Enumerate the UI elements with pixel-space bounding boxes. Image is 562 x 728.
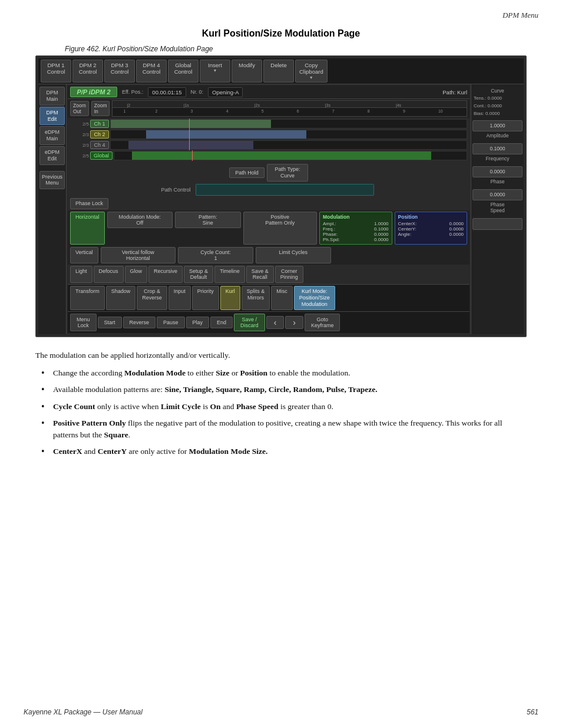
sidebar-dpm-edit[interactable]: DPMEdit	[39, 107, 65, 126]
timeline-row: ZoomOut ZoomIn |2 |1s |2s |3s |4s 1 2 3 …	[68, 99, 470, 118]
positive-pattern-btn[interactable]: PositivePattern Only	[243, 212, 318, 245]
pos-angle-value: 0.0000	[449, 232, 464, 237]
path-row: P/P iDPM 2 Eff. Pos.: 00.00.01:15 Nr. 0:…	[68, 85, 470, 99]
btn-timeline[interactable]: Timeline	[214, 266, 245, 284]
eff-pos-label: Eff. Pos.:	[122, 89, 143, 95]
channels-area: 2/5 Ch 1 2/3 Ch 2	[68, 118, 470, 163]
btn-recursive[interactable]: Recursive	[148, 266, 183, 284]
btn-setup-default[interactable]: Setup &Default	[184, 266, 213, 284]
pattern-value: Sine	[203, 220, 213, 226]
btn-priority[interactable]: Priority	[192, 286, 219, 309]
nav-dpm4[interactable]: DPM 4Control	[136, 60, 167, 83]
mod-label: Modulation	[323, 214, 389, 220]
btn-pause[interactable]: Pause	[157, 317, 185, 328]
ch2-bar	[146, 130, 306, 139]
zoom-in-btn[interactable]: ZoomIn	[91, 101, 110, 116]
btn-save-discard[interactable]: Save /Discard	[234, 314, 265, 331]
nav-insert[interactable]: Insert▼	[200, 60, 230, 83]
nav-dpm3[interactable]: DPM 3Control	[104, 60, 135, 83]
left-sidebar: DPMMain DPMEdit eDPMMain eDPMEdit Previo…	[38, 84, 67, 334]
sidebar-dpm-main[interactable]: DPMMain	[39, 87, 65, 106]
ch2-name-btn[interactable]: Ch 2	[90, 130, 109, 139]
page-title: Kurl Position/Size Modulation Page	[0, 22, 562, 42]
ch1-name-btn[interactable]: Ch 1	[90, 120, 109, 128]
btn-menu-lock[interactable]: MenuLock	[70, 314, 97, 331]
nav-delete[interactable]: Delete	[263, 60, 294, 83]
btn-crop-reverse[interactable]: Crop &Reverse	[137, 286, 167, 309]
btn-reverse[interactable]: Reverse	[123, 317, 156, 328]
bullet-2: Available modulation patterns are: Sine,…	[41, 384, 527, 396]
global-playhead	[192, 150, 193, 161]
rp-frequency-label: Frequency	[472, 156, 523, 162]
btn-end[interactable]: End	[210, 317, 233, 328]
btn-start[interactable]: Start	[98, 317, 122, 328]
btn-kurl[interactable]: Kurl	[220, 286, 240, 309]
modulation-values: Modulation Ampl.:1.0000 Freq.:0.1000 Pha…	[319, 212, 392, 245]
ch4-playhead	[189, 140, 190, 150]
btn-input[interactable]: Input	[168, 286, 191, 309]
nav-global[interactable]: GlobalControl	[168, 60, 199, 83]
nav-modify[interactable]: Modify	[232, 60, 262, 83]
rp-amplitude-value[interactable]: 1.0000	[472, 120, 523, 131]
intro-span: The modulation can be applied horizontal…	[35, 351, 230, 360]
btn-defocus[interactable]: Defocus	[94, 266, 124, 284]
sidebar-edpm-main[interactable]: eDPMMain	[39, 126, 65, 145]
path-control-row: Path Control	[68, 183, 470, 197]
nav-copy-clipboard[interactable]: CopyClipboard▼	[295, 60, 328, 83]
btn-light[interactable]: Light	[70, 266, 92, 284]
btn-next-arrow[interactable]: ›	[285, 316, 303, 329]
global-name-btn[interactable]: Global	[90, 151, 113, 160]
footer-right: 561	[527, 708, 538, 716]
rp-frequency-value[interactable]: 0.1000	[472, 143, 523, 154]
b-phasespeed: Phase Speed	[236, 402, 279, 411]
path-hold-btn[interactable]: Path Hold	[229, 167, 265, 179]
pattern-btn[interactable]: Pattern:Sine	[175, 212, 241, 228]
page-header: DPM Menu	[0, 0, 562, 22]
btn-prev-arrow[interactable]: ‹	[266, 316, 285, 329]
pattern-col: Pattern:Sine	[175, 212, 241, 245]
sidebar-previous-menu[interactable]: PreviousMenu	[39, 171, 65, 190]
btn-splits-mirrors[interactable]: Splits &Mirrors	[242, 286, 270, 309]
top-nav: DPM 1Control DPM 2Control DPM 3Control D…	[38, 58, 524, 84]
nav-dpm1[interactable]: DPM 1Control	[41, 60, 71, 83]
global-bar	[132, 151, 431, 160]
bullet-5: CenterX and CenterY are only active for …	[41, 446, 527, 457]
btn-goto-keyframe[interactable]: GotoKeyframe	[305, 314, 340, 331]
mod-freq-value: 0.1000	[374, 226, 388, 232]
sidebar-edpm-edit[interactable]: eDPMEdit	[39, 146, 65, 165]
btn-kurl-mode[interactable]: Kurl Mode:Position/SizeModulation	[294, 286, 335, 309]
limit-cycles-btn[interactable]: Limit Cycles	[256, 247, 331, 263]
transport-row: MenuLock Start Reverse Pause Play End Sa…	[68, 311, 470, 333]
path-type-btn[interactable]: Path Type:Curve	[267, 164, 308, 182]
mod-phspd-label: Ph.Spd:	[323, 237, 339, 242]
pos-cy-value: 0.0000	[449, 226, 464, 232]
cycle-count-btn[interactable]: Cycle Count:1	[178, 247, 253, 263]
btn-save-recall[interactable]: Save &Recall	[246, 266, 274, 284]
nav-dpm2[interactable]: DPM 2Control	[72, 60, 103, 83]
phase-lock-btn[interactable]: Phase Lock	[70, 198, 108, 209]
zoom-out-btn[interactable]: ZoomOut	[70, 101, 89, 116]
ch4-bar	[128, 141, 253, 149]
ch4-name-btn[interactable]: Ch 4	[90, 141, 109, 149]
horizontal-btn[interactable]: Horizontal	[70, 212, 105, 245]
mod-mode-btn[interactable]: Modulation Mode:Off	[107, 212, 173, 228]
btn-corner-pinning[interactable]: CornerPinning	[275, 266, 303, 284]
rp-phase-speed-value[interactable]: 0.0000	[472, 189, 523, 200]
pip-label-text: P/P iDPM 2	[77, 88, 110, 95]
ch2-playhead	[189, 129, 190, 140]
vertical-btn[interactable]: Vertical	[70, 247, 98, 263]
ch2-info: 2/3	[70, 132, 89, 137]
btn-play[interactable]: Play	[186, 317, 210, 328]
btn-misc[interactable]: Misc	[271, 286, 293, 309]
btn-glow[interactable]: Glow	[125, 266, 148, 284]
b-square: Square	[104, 430, 128, 439]
btn-shadow[interactable]: Shadow	[106, 286, 136, 309]
position-values: Position CenterX:0.0000 CenterY:0.0000 A…	[395, 212, 468, 245]
pip-label: P/P iDPM 2	[70, 87, 117, 97]
rp-amplitude-label: Amplitude	[472, 133, 523, 139]
rp-phase-value[interactable]: 0.0000	[472, 166, 523, 177]
pos-cx-value: 0.0000	[449, 221, 464, 226]
b-ppo: Positive Pattern Only	[53, 419, 126, 427]
btn-transform[interactable]: Transform	[70, 286, 105, 309]
vertical-follow-btn[interactable]: Vertical followHorizontal	[101, 247, 176, 263]
